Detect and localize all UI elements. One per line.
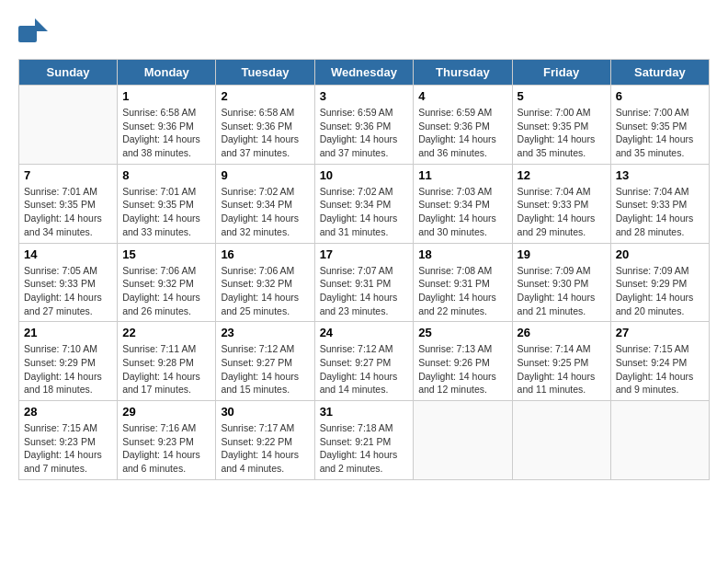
day-number: 16: [221, 247, 309, 261]
calendar-cell: 18Sunrise: 7:08 AMSunset: 9:31 PMDayligh…: [414, 243, 512, 322]
calendar-cell: 10Sunrise: 7:02 AMSunset: 9:34 PMDayligh…: [314, 164, 414, 243]
calendar-cell: 31Sunrise: 7:18 AMSunset: 9:21 PMDayligh…: [314, 401, 414, 480]
day-info: Sunrise: 7:03 AMSunset: 9:34 PMDaylight:…: [418, 185, 506, 239]
day-info: Sunrise: 7:09 AMSunset: 9:29 PMDaylight:…: [616, 264, 704, 318]
day-number: 28: [24, 405, 112, 419]
day-info: Sunrise: 7:05 AMSunset: 9:33 PMDaylight:…: [24, 264, 112, 318]
calendar-cell: 9Sunrise: 7:02 AMSunset: 9:34 PMDaylight…: [216, 164, 314, 243]
day-info: Sunrise: 7:13 AMSunset: 9:26 PMDaylight:…: [418, 342, 506, 396]
day-number: 15: [122, 247, 210, 261]
calendar-cell: [414, 401, 512, 480]
logo: [18, 18, 50, 44]
weekday-thursday: Thursday: [414, 60, 512, 86]
calendar-cell: [19, 86, 118, 165]
day-info: Sunrise: 7:09 AMSunset: 9:30 PMDaylight:…: [518, 264, 606, 318]
weekday-sunday: Sunday: [19, 60, 118, 86]
day-number: 20: [616, 247, 704, 261]
day-number: 19: [518, 247, 606, 261]
day-info: Sunrise: 7:01 AMSunset: 9:35 PMDaylight:…: [122, 185, 210, 239]
day-number: 13: [616, 168, 704, 182]
calendar-cell: 12Sunrise: 7:04 AMSunset: 9:33 PMDayligh…: [512, 164, 610, 243]
day-info: Sunrise: 7:10 AMSunset: 9:29 PMDaylight:…: [24, 342, 112, 396]
day-number: 9: [221, 168, 309, 182]
day-info: Sunrise: 7:15 AMSunset: 9:23 PMDaylight:…: [24, 421, 112, 476]
day-info: Sunrise: 7:04 AMSunset: 9:33 PMDaylight:…: [616, 185, 704, 239]
day-number: 1: [122, 89, 210, 103]
day-info: Sunrise: 7:15 AMSunset: 9:24 PMDaylight:…: [616, 342, 704, 396]
calendar-cell: 3Sunrise: 6:59 AMSunset: 9:36 PMDaylight…: [314, 86, 414, 165]
weekday-saturday: Saturday: [610, 60, 709, 86]
day-info: Sunrise: 7:14 AMSunset: 9:25 PMDaylight:…: [518, 342, 606, 396]
day-info: Sunrise: 7:12 AMSunset: 9:27 PMDaylight:…: [221, 342, 309, 396]
calendar-week-3: 14Sunrise: 7:05 AMSunset: 9:33 PMDayligh…: [19, 243, 710, 322]
calendar-week-5: 28Sunrise: 7:15 AMSunset: 9:23 PMDayligh…: [19, 401, 710, 480]
calendar-cell: 16Sunrise: 7:06 AMSunset: 9:32 PMDayligh…: [216, 243, 314, 322]
day-info: Sunrise: 7:16 AMSunset: 9:23 PMDaylight:…: [122, 421, 210, 476]
calendar-week-4: 21Sunrise: 7:10 AMSunset: 9:29 PMDayligh…: [19, 322, 710, 401]
page-header: [18, 18, 710, 44]
day-info: Sunrise: 7:08 AMSunset: 9:31 PMDaylight:…: [418, 264, 506, 318]
day-info: Sunrise: 7:00 AMSunset: 9:35 PMDaylight:…: [616, 106, 704, 160]
day-info: Sunrise: 6:59 AMSunset: 9:36 PMDaylight:…: [418, 106, 506, 160]
calendar-cell: 4Sunrise: 6:59 AMSunset: 9:36 PMDaylight…: [414, 86, 512, 165]
day-number: 18: [418, 247, 506, 261]
weekday-monday: Monday: [118, 60, 216, 86]
calendar-cell: 7Sunrise: 7:01 AMSunset: 9:35 PMDaylight…: [19, 164, 118, 243]
calendar-cell: 26Sunrise: 7:14 AMSunset: 9:25 PMDayligh…: [512, 322, 610, 401]
day-number: 6: [616, 89, 704, 103]
day-number: 22: [122, 326, 210, 339]
calendar-cell: 27Sunrise: 7:15 AMSunset: 9:24 PMDayligh…: [610, 322, 709, 401]
calendar-cell: 2Sunrise: 6:58 AMSunset: 9:36 PMDaylight…: [216, 86, 314, 165]
calendar-cell: [610, 401, 709, 480]
svg-rect-0: [18, 26, 37, 42]
day-number: 7: [24, 168, 112, 182]
day-number: 29: [122, 405, 210, 419]
calendar-week-2: 7Sunrise: 7:01 AMSunset: 9:35 PMDaylight…: [19, 164, 710, 243]
calendar-cell: 25Sunrise: 7:13 AMSunset: 9:26 PMDayligh…: [414, 322, 512, 401]
calendar-cell: 30Sunrise: 7:17 AMSunset: 9:22 PMDayligh…: [216, 401, 314, 480]
day-number: 8: [122, 168, 210, 182]
day-info: Sunrise: 7:02 AMSunset: 9:34 PMDaylight:…: [221, 185, 309, 239]
day-info: Sunrise: 7:07 AMSunset: 9:31 PMDaylight:…: [320, 264, 409, 318]
day-info: Sunrise: 7:12 AMSunset: 9:27 PMDaylight:…: [320, 342, 409, 396]
day-info: Sunrise: 7:17 AMSunset: 9:22 PMDaylight:…: [221, 421, 309, 476]
calendar-cell: 5Sunrise: 7:00 AMSunset: 9:35 PMDaylight…: [512, 86, 610, 165]
calendar-cell: 8Sunrise: 7:01 AMSunset: 9:35 PMDaylight…: [118, 164, 216, 243]
day-info: Sunrise: 7:02 AMSunset: 9:34 PMDaylight:…: [320, 185, 409, 239]
day-info: Sunrise: 7:06 AMSunset: 9:32 PMDaylight:…: [221, 264, 309, 318]
day-number: 25: [418, 326, 506, 339]
weekday-header-row: SundayMondayTuesdayWednesdayThursdayFrid…: [19, 60, 710, 86]
calendar-cell: 20Sunrise: 7:09 AMSunset: 9:29 PMDayligh…: [610, 243, 709, 322]
calendar-cell: 23Sunrise: 7:12 AMSunset: 9:27 PMDayligh…: [216, 322, 314, 401]
day-number: 2: [221, 89, 309, 103]
day-info: Sunrise: 7:06 AMSunset: 9:32 PMDaylight:…: [122, 264, 210, 318]
day-number: 4: [418, 89, 506, 103]
calendar-cell: 24Sunrise: 7:12 AMSunset: 9:27 PMDayligh…: [314, 322, 414, 401]
day-number: 14: [24, 247, 112, 261]
calendar-cell: 6Sunrise: 7:00 AMSunset: 9:35 PMDaylight…: [610, 86, 709, 165]
day-info: Sunrise: 7:04 AMSunset: 9:33 PMDaylight:…: [518, 185, 606, 239]
calendar-cell: 19Sunrise: 7:09 AMSunset: 9:30 PMDayligh…: [512, 243, 610, 322]
day-number: 21: [24, 326, 112, 339]
day-info: Sunrise: 6:58 AMSunset: 9:36 PMDaylight:…: [122, 106, 210, 160]
logo-icon: [18, 18, 48, 44]
weekday-tuesday: Tuesday: [216, 60, 314, 86]
calendar-cell: 11Sunrise: 7:03 AMSunset: 9:34 PMDayligh…: [414, 164, 512, 243]
calendar-cell: 17Sunrise: 7:07 AMSunset: 9:31 PMDayligh…: [314, 243, 414, 322]
day-info: Sunrise: 6:59 AMSunset: 9:36 PMDaylight:…: [320, 106, 409, 160]
day-number: 31: [320, 405, 409, 419]
day-number: 5: [518, 89, 606, 103]
calendar-cell: 21Sunrise: 7:10 AMSunset: 9:29 PMDayligh…: [19, 322, 118, 401]
calendar-cell: 28Sunrise: 7:15 AMSunset: 9:23 PMDayligh…: [19, 401, 118, 480]
calendar-table: SundayMondayTuesdayWednesdayThursdayFrid…: [18, 59, 710, 480]
svg-marker-1: [35, 18, 48, 31]
calendar-week-1: 1Sunrise: 6:58 AMSunset: 9:36 PMDaylight…: [19, 86, 710, 165]
calendar-cell: 29Sunrise: 7:16 AMSunset: 9:23 PMDayligh…: [118, 401, 216, 480]
calendar-cell: [512, 401, 610, 480]
day-number: 3: [320, 89, 409, 103]
day-info: Sunrise: 7:11 AMSunset: 9:28 PMDaylight:…: [122, 342, 210, 396]
day-number: 17: [320, 247, 409, 261]
day-number: 30: [221, 405, 309, 419]
calendar-body: 1Sunrise: 6:58 AMSunset: 9:36 PMDaylight…: [19, 86, 710, 480]
day-number: 11: [418, 168, 506, 182]
